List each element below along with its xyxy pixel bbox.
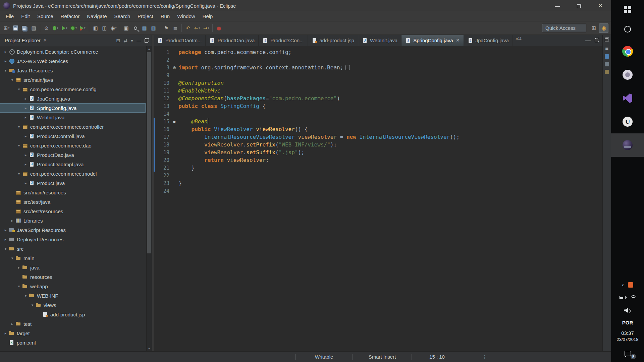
line-number[interactable]: 10 bbox=[155, 80, 170, 86]
search-button[interactable] bbox=[131, 23, 140, 33]
expander-icon[interactable]: ▸ bbox=[3, 59, 8, 63]
line-number[interactable]: 16 bbox=[155, 126, 170, 132]
tray-app-icon[interactable] bbox=[628, 282, 633, 288]
expander-icon[interactable]: ▸ bbox=[9, 322, 15, 326]
taskbar-item-app[interactable] bbox=[611, 63, 644, 86]
line-number[interactable]: 15 bbox=[155, 119, 170, 125]
editor-tab[interactable]: add-product.jsp bbox=[308, 35, 358, 46]
tree-item[interactable]: ▾main bbox=[0, 253, 146, 263]
line-number[interactable]: 11 bbox=[155, 88, 170, 94]
line-number[interactable]: 14 bbox=[155, 111, 170, 117]
expander-icon[interactable]: ▸ bbox=[23, 115, 29, 120]
java-ee-perspective-button[interactable]: ◉ bbox=[599, 23, 608, 33]
tree-item[interactable]: resources bbox=[0, 272, 146, 282]
view-menu-icon[interactable]: ▾ bbox=[131, 38, 133, 43]
editor-tab[interactable]: ProductsCon... bbox=[259, 35, 308, 46]
search-button[interactable] bbox=[611, 19, 644, 40]
scroll-up-icon[interactable]: ▲ bbox=[147, 46, 152, 52]
menu-refactor[interactable]: Refactor bbox=[57, 11, 84, 21]
tree-item[interactable]: ▸WebInit.java bbox=[0, 113, 146, 122]
expander-icon[interactable]: ▸ bbox=[3, 50, 8, 54]
expander-icon[interactable]: ▾ bbox=[16, 125, 22, 129]
menu-edit[interactable]: Edit bbox=[17, 11, 34, 21]
line-number[interactable]: 2 bbox=[155, 57, 170, 63]
action-center-button[interactable]: 5 bbox=[611, 345, 644, 362]
minimize-button[interactable]: — bbox=[547, 0, 568, 11]
taskbar-item-visual-studio[interactable] bbox=[611, 86, 644, 110]
tree-item[interactable]: pom.xml bbox=[0, 338, 146, 347]
expander-icon[interactable]: ▾ bbox=[16, 87, 22, 92]
tree-item[interactable]: ▸Deployment Descriptor: eCommerce bbox=[0, 47, 146, 56]
line-number[interactable]: 13 bbox=[155, 103, 170, 109]
annotations-button[interactable]: ≡ bbox=[171, 23, 180, 33]
tree-item[interactable]: ▾src/main/java bbox=[0, 75, 146, 84]
tree-item[interactable]: ▾views bbox=[0, 300, 146, 310]
taskbar-item-unreal[interactable]: U bbox=[611, 110, 644, 133]
explorer-scrollbar[interactable]: ▲ ▼ bbox=[146, 46, 152, 351]
code-editor[interactable]: 1package com.pedro.ecommerce.config;23⊕i… bbox=[154, 46, 602, 351]
line-number[interactable]: 3 bbox=[155, 65, 170, 71]
tree-item[interactable]: add-product.jsp bbox=[0, 310, 146, 319]
tree-item[interactable]: ▸test bbox=[0, 319, 146, 328]
expander-icon[interactable]: ▾ bbox=[9, 78, 15, 82]
tree-item[interactable]: ▾com.pedro.ecommerce.config bbox=[0, 84, 146, 94]
open-element-button[interactable]: ▣ bbox=[122, 23, 131, 33]
tree-item[interactable]: ▸target bbox=[0, 328, 146, 338]
db-table-button[interactable]: ▦ bbox=[140, 23, 149, 33]
folded-region-icon[interactable] bbox=[345, 65, 350, 70]
expander-icon[interactable]: ▸ bbox=[23, 106, 29, 110]
tree-item[interactable]: ▾com.pedro.ecommerce.controller bbox=[0, 122, 146, 131]
tree-item[interactable]: src/main/resources bbox=[0, 188, 146, 197]
print-button[interactable]: ▤ bbox=[29, 23, 38, 33]
menu-navigate[interactable]: Navigate bbox=[83, 11, 110, 21]
expander-icon[interactable]: ▾ bbox=[16, 284, 22, 289]
restore-button[interactable] bbox=[568, 0, 590, 11]
line-number[interactable]: 18 bbox=[155, 142, 170, 148]
record-button[interactable]: ● bbox=[214, 23, 223, 33]
tree-item[interactable]: ▸java bbox=[0, 263, 146, 272]
expander-icon[interactable]: ▸ bbox=[3, 237, 8, 242]
line-number[interactable]: 12 bbox=[155, 96, 170, 102]
expander-icon[interactable]: ▸ bbox=[16, 265, 22, 270]
expander-icon[interactable]: ▸ bbox=[23, 162, 29, 167]
tree-item[interactable]: src/test/resources bbox=[0, 206, 146, 216]
line-number[interactable]: 24 bbox=[155, 188, 170, 194]
expander-icon[interactable]: ▸ bbox=[9, 219, 15, 223]
new-class-button[interactable]: ◉▾ bbox=[109, 23, 118, 33]
expander-icon[interactable]: ▾ bbox=[3, 68, 8, 73]
battery-icon[interactable] bbox=[619, 296, 626, 299]
expander-icon[interactable]: ▸ bbox=[3, 331, 8, 336]
expander-icon[interactable]: ▸ bbox=[23, 181, 29, 185]
menu-search[interactable]: Search bbox=[110, 11, 134, 21]
collapse-all-icon[interactable]: ⊟ bbox=[116, 38, 120, 43]
new-wizard-button[interactable]: ⊞▾ bbox=[2, 23, 11, 33]
close-button[interactable]: ✕ bbox=[590, 0, 611, 11]
taskbar-item-eclipse[interactable] bbox=[611, 133, 644, 157]
quick-access-input[interactable]: Quick Access bbox=[542, 24, 586, 32]
close-icon[interactable]: ✕ bbox=[43, 38, 47, 43]
tree-item[interactable]: ▾Java Resources bbox=[0, 66, 146, 75]
view-icon[interactable] bbox=[605, 62, 609, 66]
run-button[interactable]: ▾ bbox=[60, 23, 69, 33]
fold-expand-icon[interactable]: ⊕ bbox=[170, 65, 178, 70]
tab-overflow[interactable]: » 11 bbox=[513, 35, 524, 46]
clock[interactable]: 03:37 23/07/2018 bbox=[616, 328, 638, 345]
menu-help[interactable]: Help bbox=[199, 11, 217, 21]
debug-button[interactable]: ▾ bbox=[51, 23, 60, 33]
coverage-button[interactable]: ▾ bbox=[69, 23, 78, 33]
tree-item[interactable]: ▾webapp bbox=[0, 282, 146, 291]
menu-project[interactable]: Project bbox=[134, 11, 157, 21]
forward-button[interactable]: →▾ bbox=[202, 23, 211, 33]
minimize-editor-icon[interactable]: — bbox=[585, 38, 591, 44]
tree-item[interactable]: ▾WEB-INF bbox=[0, 291, 146, 300]
scrollbar-thumb[interactable] bbox=[147, 52, 151, 253]
line-number[interactable]: 9 bbox=[155, 72, 170, 78]
minimize-view-icon[interactable]: — bbox=[137, 38, 141, 43]
back-button[interactable]: ←▾ bbox=[193, 23, 202, 33]
taskbar-item-chrome[interactable] bbox=[611, 40, 644, 63]
new-ejb-button[interactable]: ◧ bbox=[91, 23, 100, 33]
tree-item[interactable]: ▾src bbox=[0, 244, 146, 253]
editor-tab[interactable]: ProductDaoIm... bbox=[154, 35, 206, 46]
view-icon[interactable] bbox=[605, 70, 609, 74]
close-icon[interactable]: ✕ bbox=[456, 38, 460, 43]
